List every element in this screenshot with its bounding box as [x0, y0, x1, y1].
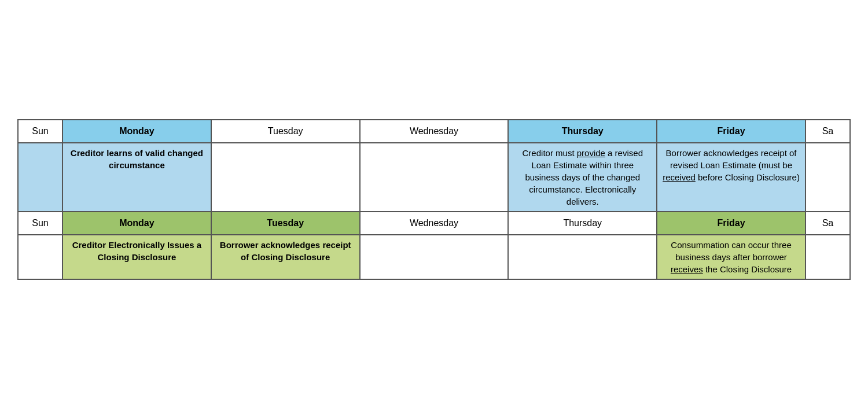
green-sa-header: Sa — [806, 212, 850, 235]
received-underline-1: received — [663, 172, 696, 182]
blue-tuesday-header: Tuesday — [211, 120, 360, 143]
blue-friday-cell: Borrower acknowledges receipt of revised… — [657, 143, 806, 212]
blue-sun-header: Sun — [18, 120, 62, 143]
blue-header-row: Sun Monday Tuesday Wednesday Thursday Fr… — [18, 120, 850, 143]
green-wednesday-cell — [360, 235, 509, 279]
receives-underline: receives — [671, 264, 703, 274]
blue-thursday-cell: Creditor must provide a revised Loan Est… — [508, 143, 657, 212]
green-tuesday-header: Tuesday — [211, 212, 360, 235]
blue-wednesday-cell — [360, 143, 509, 212]
green-friday-header: Friday — [657, 212, 806, 235]
green-monday-header: Monday — [62, 212, 211, 235]
green-sun-cell — [18, 235, 62, 279]
green-monday-text: Creditor Electronically Issues a Closing… — [72, 240, 201, 262]
blue-tuesday-cell — [211, 143, 360, 212]
green-content-row: Creditor Electronically Issues a Closing… — [18, 235, 850, 279]
blue-monday-header: Monday — [62, 120, 211, 143]
green-thursday-cell — [508, 235, 657, 279]
blue-thursday-text: Creditor must provide a revised Loan Est… — [523, 148, 643, 206]
blue-monday-cell: Creditor learns of valid changed circums… — [62, 143, 211, 212]
blue-thursday-header: Thursday — [508, 120, 657, 143]
blue-friday-text: Borrower acknowledges receipt of revised… — [663, 148, 800, 182]
green-tuesday-cell: Borrower acknowledges receipt of Closing… — [211, 235, 360, 279]
blue-wednesday-header: Wednesday — [360, 120, 509, 143]
green-header-row: Sun Monday Tuesday Wednesday Thursday Fr… — [18, 212, 850, 235]
green-wednesday-header: Wednesday — [360, 212, 509, 235]
blue-friday-header: Friday — [657, 120, 806, 143]
blue-sun-cell — [18, 143, 62, 212]
calendar-wrapper: Sun Monday Tuesday Wednesday Thursday Fr… — [12, 113, 856, 286]
green-monday-cell: Creditor Electronically Issues a Closing… — [62, 235, 211, 279]
calendar-table: Sun Monday Tuesday Wednesday Thursday Fr… — [17, 119, 851, 280]
green-sun-header: Sun — [18, 212, 62, 235]
green-sa-cell — [806, 235, 850, 279]
blue-monday-text: Creditor learns of valid changed circums… — [71, 148, 203, 170]
blue-content-row: Creditor learns of valid changed circums… — [18, 143, 850, 212]
green-friday-cell: Consummation can occur three business da… — [657, 235, 806, 279]
blue-sa-cell — [806, 143, 850, 212]
green-tuesday-text: Borrower acknowledges receipt of Closing… — [220, 240, 351, 262]
green-thursday-header: Thursday — [508, 212, 657, 235]
green-friday-text: Consummation can occur three business da… — [671, 240, 792, 274]
blue-sa-header: Sa — [806, 120, 850, 143]
provide-underline: provide — [577, 148, 605, 158]
